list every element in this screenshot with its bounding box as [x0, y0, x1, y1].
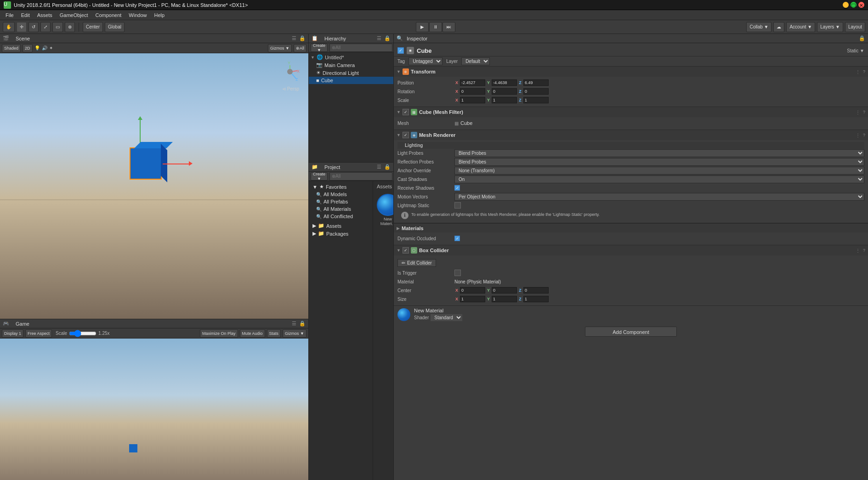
project-create-btn[interactable]: Create ▼ [311, 172, 328, 181]
hierarchy-main-camera[interactable]: 📷 Main Camera [309, 61, 393, 69]
all-materials-item[interactable]: 🔍 All Materials [309, 205, 373, 213]
center-z-input[interactable] [523, 287, 549, 294]
transform-header[interactable]: ▼ ⊕ Transform ⋮ ? [394, 67, 868, 77]
size-y-input[interactable] [492, 296, 517, 302]
inspector-lock-btn[interactable]: 🔒 [859, 35, 865, 41]
object-name[interactable]: Cube [417, 47, 844, 54]
shader-dropdown[interactable]: Standard [431, 314, 462, 321]
scene-cube[interactable] [130, 147, 162, 180]
game-viewport[interactable] [0, 339, 308, 480]
static-label[interactable]: Static ▼ [847, 48, 864, 53]
transform-context-btn[interactable]: ? [863, 69, 865, 74]
layout-button[interactable]: Layout [845, 22, 865, 32]
anchor-override-dropdown[interactable]: None (Transform) [454, 167, 864, 175]
step-button[interactable]: ⏭ [443, 22, 455, 32]
receive-shadows-checkbox[interactable]: ✓ [454, 185, 460, 191]
play-button[interactable]: ▶ [416, 22, 429, 32]
hierarchy-scene-root[interactable]: ▼ 🌐 Untitled* [309, 53, 393, 61]
project-search-input[interactable] [329, 172, 392, 181]
center-button[interactable]: Center [83, 22, 103, 32]
scene-lighting-btn[interactable]: 💡 [34, 45, 40, 51]
rotate-tool-button[interactable]: ↺ [28, 22, 39, 32]
mesh-renderer-header[interactable]: ▼ ✓ ◈ Mesh Renderer ⋮ ? [394, 130, 868, 140]
position-x-input[interactable] [460, 79, 485, 86]
packages-folder[interactable]: ▶ 📁 Packages [309, 230, 373, 237]
move-tool-button[interactable]: ✛ [17, 22, 27, 32]
add-component-button[interactable]: Add Component [585, 327, 677, 337]
mesh-filter-header[interactable]: ▼ ✓ ▦ Cube (Mesh Filter) ⋮ ? [394, 107, 868, 117]
mesh-filter-enabled[interactable]: ✓ [403, 109, 409, 115]
scale-z-input[interactable] [523, 97, 549, 103]
box-collider-context-btn[interactable]: ? [863, 248, 865, 253]
menu-file[interactable]: File [2, 11, 17, 19]
dynamic-occluded-checkbox[interactable]: ✓ [454, 236, 460, 241]
rotation-x-input[interactable] [460, 88, 485, 95]
game-panel-menu[interactable]: ☰ [292, 321, 296, 327]
scene-panel-lock[interactable]: 🔒 [299, 35, 306, 41]
account-button[interactable]: Account ▼ [786, 22, 815, 32]
mute-audio-btn[interactable]: Mute Audio [240, 329, 265, 338]
2d-button[interactable]: 2D [23, 44, 33, 52]
is-trigger-checkbox[interactable] [454, 270, 461, 276]
object-active-checkbox[interactable]: ✓ [397, 47, 404, 54]
mesh-renderer-context-btn[interactable]: ? [863, 133, 865, 137]
aspect-dropdown[interactable]: Free Aspect [25, 329, 52, 338]
tag-dropdown[interactable]: Untagged [408, 57, 443, 65]
box-collider-enabled[interactable]: ✓ [403, 247, 409, 254]
materials-header[interactable]: ▶ Materials [394, 223, 868, 232]
global-button[interactable]: Global [105, 22, 125, 32]
game-tab[interactable]: Game [12, 320, 33, 328]
new-material-asset[interactable]: New Materi... [375, 192, 393, 228]
transform-menu-btn[interactable]: ⋮ [855, 69, 861, 74]
center-x-input[interactable] [460, 287, 485, 294]
collab-button[interactable]: Collab ▼ [746, 22, 772, 32]
size-z-input[interactable] [523, 296, 549, 302]
multi-tool-button[interactable]: ⊕ [65, 22, 75, 32]
layer-dropdown[interactable]: Default [461, 57, 490, 65]
inspector-tab[interactable]: Inspector [403, 35, 431, 42]
camera-orientation-gizmo[interactable]: Y X Z [276, 58, 304, 85]
scene-audio-btn[interactable]: 🔊 [42, 45, 47, 51]
box-collider-menu-btn[interactable]: ⋮ [855, 248, 861, 253]
game-panel-lock[interactable]: 🔒 [299, 321, 306, 327]
all-prefabs-item[interactable]: 🔍 All Prefabs [309, 198, 373, 205]
material-name[interactable]: New Material [414, 308, 462, 313]
project-tab[interactable]: Project [321, 164, 344, 171]
all-models-item[interactable]: 🔍 All Models [309, 191, 373, 198]
rect-tool-button[interactable]: ▭ [52, 22, 63, 32]
scale-y-input[interactable] [492, 97, 517, 103]
shaded-dropdown[interactable]: Shaded [2, 44, 21, 52]
game-gizmos-dropdown[interactable]: Gizmos ▼ [283, 329, 306, 338]
position-z-input[interactable] [523, 79, 549, 86]
gizmos-dropdown[interactable]: Gizmos ▼ [268, 44, 292, 52]
hierarchy-directional-light[interactable]: ☀ Directional Light [309, 69, 393, 77]
mesh-renderer-menu-btn[interactable]: ⋮ [855, 133, 861, 138]
hierarchy-lock[interactable]: 🔒 [384, 35, 391, 41]
lightmap-static-checkbox[interactable] [454, 202, 461, 209]
stats-btn[interactable]: Stats [267, 329, 281, 338]
menu-component[interactable]: Component [91, 11, 125, 19]
scale-tool-button[interactable]: ⤢ [40, 22, 51, 32]
scene-panel-menu[interactable]: ☰ [292, 35, 296, 41]
center-y-input[interactable] [492, 287, 517, 294]
cloud-button[interactable]: ☁ [773, 22, 784, 32]
maximize-on-play-btn[interactable]: Maximize On Play [200, 329, 238, 338]
display-dropdown[interactable]: Display 1 [2, 329, 23, 338]
mesh-filter-context-btn[interactable]: ? [863, 110, 865, 114]
box-collider-header[interactable]: ▼ ✓ ⬡ Box Collider ⋮ ? [394, 245, 868, 255]
cast-shadows-dropdown[interactable]: On [454, 175, 864, 183]
menu-help[interactable]: Help [150, 11, 168, 19]
edit-collider-button[interactable]: ✏ Edit Collider [397, 259, 436, 267]
mesh-filter-menu-btn[interactable]: ⋮ [855, 110, 861, 115]
reflection-probes-dropdown[interactable]: Blend Probes [454, 158, 864, 166]
hierarchy-tab[interactable]: Hierarchy [321, 35, 350, 42]
scene-viewport[interactable]: Y X Z ⊲ Persp [0, 53, 308, 319]
menu-window[interactable]: Window [125, 11, 150, 19]
layers-button[interactable]: Layers ▼ [817, 22, 843, 32]
project-lock[interactable]: 🔒 [384, 164, 391, 170]
hierarchy-create-btn[interactable]: Create ▼ [311, 44, 328, 52]
scene-tab[interactable]: Scene [12, 35, 34, 42]
position-y-input[interactable] [492, 79, 517, 86]
maximize-button[interactable]: □ [851, 2, 857, 8]
close-button[interactable]: × [858, 2, 864, 8]
